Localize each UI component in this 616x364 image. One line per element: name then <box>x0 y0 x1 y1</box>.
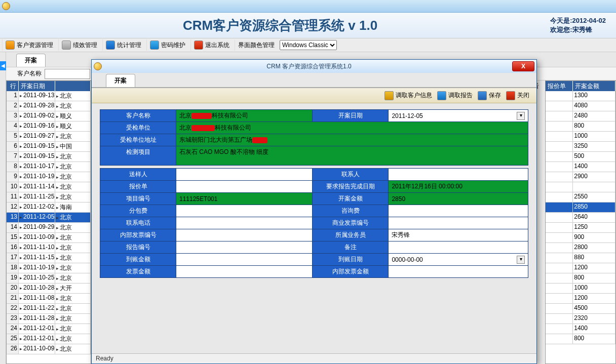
table-row[interactable]: 242011-12-01北京 <box>7 324 91 334</box>
table-row[interactable]: 2900 <box>546 172 615 182</box>
table-row[interactable]: 1200 <box>546 263 615 273</box>
table-row[interactable]: 162011-11-10北京 <box>7 243 91 253</box>
table-row[interactable]: 32011-09-02顺义 <box>7 111 91 122</box>
exit-button[interactable]: 退出系统 <box>190 39 233 51</box>
subcontract-fee-value[interactable] <box>176 205 313 217</box>
table-row[interactable]: 262011-10-09北京 <box>7 344 91 354</box>
table-row[interactable]: 1400 <box>546 324 615 334</box>
biz-invoice-no-value[interactable] <box>389 217 528 229</box>
table-row[interactable]: 1250 <box>546 223 615 233</box>
left-grid[interactable]: 行号 开案日期 12011-09-13北京22011-09-28北京32011-… <box>6 80 91 364</box>
table-row[interactable]: 52011-09-27北京 <box>7 132 91 142</box>
customer-name-input[interactable] <box>45 69 90 79</box>
right-grid[interactable]: 报价单 开案金额 1300408024808001000325050014002… <box>545 80 616 364</box>
table-row[interactable]: 222011-11-22北京 <box>7 304 91 314</box>
table-row[interactable]: 42011-09-16顺义 <box>7 122 91 132</box>
contact-phone-value[interactable] <box>176 217 313 229</box>
salesperson-value[interactable]: 宋秀锋 <box>389 229 528 241</box>
dialog-tab-case[interactable]: 开案 <box>106 74 135 87</box>
table-row[interactable]: 152011-10-09北京 <box>7 233 91 243</box>
table-row[interactable]: 122011-12-02海南 <box>7 203 91 213</box>
report-no-value[interactable] <box>176 241 313 254</box>
received-date-value[interactable]: 0000-00-00▾ <box>389 254 528 266</box>
table-row[interactable]: 82011-10-17北京 <box>7 162 91 172</box>
table-row[interactable]: 2550 <box>546 192 615 203</box>
open-date-value[interactable]: 2011-12-05▾ <box>389 110 528 122</box>
table-row[interactable]: 500 <box>546 152 615 162</box>
internal-invoice-no-value[interactable] <box>176 229 313 241</box>
left-grid-body[interactable]: 12011-09-13北京22011-09-28北京32011-09-02顺义4… <box>7 91 91 363</box>
remark-value[interactable] <box>389 241 528 254</box>
table-row[interactable]: 102011-11-14北京 <box>7 182 91 192</box>
stats-button[interactable]: 统计管理 <box>102 39 144 51</box>
dialog-titlebar[interactable]: CRM 客户资源综合管理系统1.0 X <box>92 60 536 73</box>
open-amount-value[interactable]: 2850 <box>389 193 528 205</box>
chevron-down-icon[interactable]: ▾ <box>517 112 525 120</box>
table-row[interactable]: 1000 <box>546 284 615 294</box>
right-grid-body[interactable]: 1300408024808001000325050014002900255028… <box>546 91 615 363</box>
project-no-value[interactable]: 111125ET001 <box>176 193 313 205</box>
performance-button[interactable]: 绩效管理 <box>58 39 100 51</box>
open-amount-label: 开案金额 <box>313 193 389 205</box>
internal-invoice-amount-value[interactable] <box>389 266 528 278</box>
test-items-value[interactable]: 石灰石 CAO MGO 酸不溶物 细度 <box>176 146 528 166</box>
inspected-addr-value[interactable]: 东城朝阳门北大街第五广场 <box>176 134 528 146</box>
table-row[interactable]: 2320 <box>546 314 615 324</box>
table-row[interactable]: 252011-12-01北京 <box>7 334 91 344</box>
table-row[interactable]: 92011-10-19北京 <box>7 172 91 182</box>
table-row[interactable]: 172011-11-15北京 <box>7 253 91 263</box>
received-amount-value[interactable] <box>176 254 313 266</box>
table-row[interactable]: 132011-12-05北京 <box>7 213 91 223</box>
quote-value[interactable] <box>176 181 313 193</box>
table-row[interactable]: 880 <box>546 253 615 263</box>
table-row[interactable]: 1000 <box>546 132 615 142</box>
table-row[interactable]: 72011-09-15北京 <box>7 152 91 162</box>
table-row[interactable]: 3250 <box>546 142 615 152</box>
table-row[interactable]: 800 <box>546 273 615 284</box>
table-row[interactable]: 202011-10-28大开 <box>7 284 91 294</box>
internal-invoice-no-label: 内部发票编号 <box>100 229 176 241</box>
table-row[interactable]: 142011-09-29北京 <box>7 223 91 233</box>
fetch-report-button[interactable]: 调取报告 <box>437 91 473 100</box>
table-row[interactable]: 232011-11-28北京 <box>7 314 91 324</box>
table-row[interactable]: 192011-10-25北京 <box>7 273 91 284</box>
chevron-down-icon[interactable]: ▾ <box>517 256 525 264</box>
theme-select[interactable]: Windows Classic <box>280 40 337 50</box>
inspected-unit-value[interactable]: 北京科技有限公司 <box>176 122 528 134</box>
table-row[interactable]: 800 <box>546 334 615 344</box>
table-row[interactable]: 182011-10-19北京 <box>7 263 91 273</box>
invoice-amount-value[interactable] <box>176 266 313 278</box>
table-row[interactable]: 2850 <box>546 203 615 213</box>
table-row[interactable] <box>546 182 615 192</box>
table-row[interactable]: 4500 <box>546 304 615 314</box>
biz-invoice-no-label: 商业发票编号 <box>313 217 389 229</box>
table-row[interactable]: 12011-09-13北京 <box>7 91 91 101</box>
table-row[interactable]: 1400 <box>546 162 615 172</box>
table-row[interactable]: 112011-11-25北京 <box>7 192 91 203</box>
dialog-close-button[interactable]: X <box>512 61 534 71</box>
customer-mgmt-button[interactable]: 客户资源管理 <box>2 39 56 51</box>
report-due-value[interactable]: 2011年12月16日 00:00:00 <box>389 181 528 193</box>
password-button[interactable]: 密码维护 <box>146 39 188 51</box>
table-row[interactable]: 62011-09-15中国 <box>7 142 91 152</box>
close-button[interactable]: 关闭 <box>506 91 529 100</box>
consult-fee-value[interactable] <box>389 205 528 217</box>
table-row[interactable]: 900 <box>546 233 615 243</box>
table-row[interactable]: 2640 <box>546 213 615 223</box>
table-row[interactable]: 1200 <box>546 294 615 304</box>
sender-value[interactable] <box>176 169 313 181</box>
table-row[interactable]: 1300 <box>546 91 615 101</box>
table-row[interactable]: 2480 <box>546 111 615 122</box>
collapse-arrow-icon[interactable]: ◀ <box>0 61 6 70</box>
customer-name-value[interactable]: 北京科技有限公司 <box>176 110 313 122</box>
dialog-title: CRM 客户资源综合管理系统1.0 <box>106 62 512 71</box>
table-row[interactable]: 4080 <box>546 101 615 111</box>
table-row[interactable]: 22011-09-28北京 <box>7 101 91 111</box>
contact-value[interactable] <box>389 169 528 181</box>
table-row[interactable]: 2800 <box>546 243 615 253</box>
bg-tab[interactable]: 开案 <box>16 54 46 67</box>
table-row[interactable]: 800 <box>546 122 615 132</box>
save-button[interactable]: 保存 <box>478 91 501 100</box>
fetch-customer-button[interactable]: 调取客户信息 <box>384 91 432 100</box>
table-row[interactable]: 212011-11-08北京 <box>7 294 91 304</box>
